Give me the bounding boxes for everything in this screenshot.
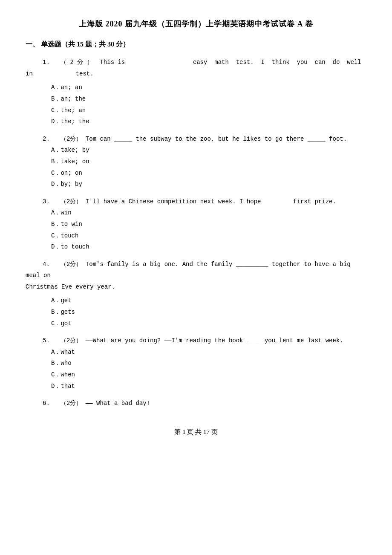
q1-text-after: easy math test. I think you can do well — [193, 59, 361, 66]
question-5: 5. （2分） ——What are you doing? ——I'm read… — [26, 335, 366, 392]
q4-option-c: C．got — [51, 318, 366, 330]
q5-option-a: A．what — [51, 347, 366, 358]
q1-option-d: D．the; the — [51, 116, 366, 127]
q3-num: 3. — [43, 198, 57, 205]
q3-option-b: B．to win — [51, 219, 366, 230]
q1-text-before: This is — [100, 59, 189, 66]
q1-score: （ 2 分 ） — [61, 59, 96, 66]
q1-num: 1. — [43, 59, 57, 66]
q5-text: ——What are you doing? ——I'm reading the … — [86, 337, 343, 344]
q1-option-a: A．an; an — [51, 82, 366, 93]
q4-continuation: Christmas Eve every year. — [26, 281, 366, 293]
q4-option-a: A．get — [51, 295, 366, 306]
question-4: 4. （2分） Tom's family is a big one. And t… — [26, 259, 366, 330]
q3-text: I'll have a Chinese competition next wee… — [86, 198, 336, 205]
q4-score: （2分） — [61, 261, 82, 268]
question-6: 6. （2分） —— What a bad day! — [26, 398, 366, 409]
q1-option-c: C．the; an — [51, 105, 366, 116]
q2-option-a: A．take; by — [51, 145, 366, 156]
question-3: 3. （2分） I'll have a Chinese competition … — [26, 196, 366, 253]
q2-option-c: C．on; on — [51, 168, 366, 179]
question-2: 2. （2分） Tom can _____ the subway to the … — [26, 133, 366, 190]
q3-option-d: D．to touch — [51, 241, 366, 253]
question-1: 1. （ 2 分 ） This is easy math test. I thi… — [26, 57, 366, 127]
section1-header: 一、 单选题（共 15 题；共 30 分） — [26, 38, 366, 51]
q2-text: Tom can _____ the subway to the zoo, but… — [86, 136, 347, 142]
q2-score: （2分） — [61, 136, 82, 142]
q4-option-b: B．gets — [51, 306, 366, 318]
q2-option-d: D．by; by — [51, 179, 366, 190]
q5-option-c: C．when — [51, 369, 366, 381]
q3-score: （2分） — [61, 198, 82, 205]
page-title: 上海版 2020 届九年级（五四学制）上学期英语期中考试试卷 A 卷 — [26, 17, 366, 31]
q3-option-a: A．win — [51, 207, 366, 219]
page-footer: 第 1 页 共 17 页 — [26, 426, 366, 438]
q6-score: （2分） — [61, 400, 82, 407]
q1-option-b: B．an; the — [51, 93, 366, 105]
q5-option-b: B．who — [51, 358, 366, 369]
q5-score: （2分） — [61, 337, 82, 344]
q2-option-b: B．take; on — [51, 156, 366, 168]
q6-num: 6. — [43, 400, 57, 407]
q1-continuation: in test. — [26, 68, 366, 80]
q5-num: 5. — [43, 337, 57, 344]
q2-num: 2. — [43, 136, 57, 142]
q3-option-c: C．touch — [51, 230, 366, 242]
q6-text: —— What a bad day! — [86, 400, 150, 407]
q5-option-d: D．that — [51, 381, 366, 392]
q4-num: 4. — [43, 261, 57, 268]
